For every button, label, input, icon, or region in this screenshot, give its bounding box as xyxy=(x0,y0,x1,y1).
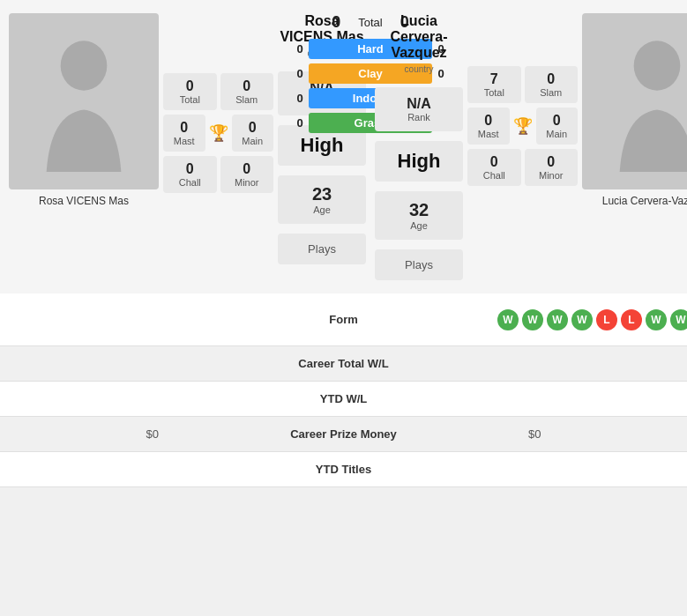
trophy2-icon: 🏆 xyxy=(513,117,533,135)
player2-main-label: Main xyxy=(541,129,573,139)
player1-slam-box: 0 Slam xyxy=(220,73,274,110)
form-row: Form WWWWLLWWWL xyxy=(0,293,687,346)
player1-mast-box: 0 Mast xyxy=(163,115,205,152)
player2-age-box: 32 Age xyxy=(375,191,463,240)
ytd-wl-label: YTD W/L xyxy=(176,382,511,416)
svg-point-0 xyxy=(61,41,108,90)
career-prize-row: $0 Career Prize Money $0 xyxy=(0,417,687,452)
player2-total-box: 7 Total xyxy=(467,66,521,103)
form-badge-w: W xyxy=(670,309,687,330)
player2-plays-box: Plays xyxy=(375,249,463,280)
player2-age-val: 32 xyxy=(384,200,454,220)
hard-left: 0 xyxy=(291,42,309,56)
player2-total-label: Total xyxy=(473,87,516,98)
player2-chall-box: 0 Chall xyxy=(467,149,521,186)
player1-minor-box: 0 Minor xyxy=(220,156,274,193)
player2-high-val: High xyxy=(384,150,454,173)
player1-total-label: Total xyxy=(168,94,212,105)
player2-age-label: Age xyxy=(384,220,454,231)
svg-point-1 xyxy=(634,41,681,90)
ytd-wl-left xyxy=(0,389,176,410)
player2-stats-panel: 7 Total 0 Slam 0 Mast 🏆 0 xyxy=(467,13,578,280)
form-badge-w: W xyxy=(547,309,568,330)
player2-minor-label: Minor xyxy=(530,170,573,181)
player1-chall-box: 0 Chall xyxy=(163,156,217,193)
player2-minor-box: 0 Minor xyxy=(525,149,579,186)
ytd-wl-right xyxy=(511,389,687,410)
player2-mast-val: 0 xyxy=(473,113,504,129)
career-prize-label: Career Prize Money xyxy=(176,417,511,451)
player1-main-box: 0 Main xyxy=(232,115,274,152)
player2-slam-box: 0 Slam xyxy=(525,66,579,103)
player1-photo: Rosa VICENS Mas xyxy=(9,13,159,280)
player1-avatar xyxy=(9,13,159,189)
player1-mast-label: Mast xyxy=(168,136,200,146)
player1-stats-panel: 0 Total 0 Slam 0 Mast 🏆 0 xyxy=(163,13,273,280)
grass-left: 0 xyxy=(291,116,309,130)
player2-chall-val: 0 xyxy=(473,154,516,170)
player2-mast-label: Mast xyxy=(473,129,504,139)
players-section: Rosa VICENS Mas 0 Total 0 Slam 0 Mast xyxy=(0,0,687,293)
player1-chall-label: Chall xyxy=(168,177,212,188)
form-badge-w: W xyxy=(646,309,667,330)
player1-mast-val: 0 xyxy=(168,120,200,136)
player2-photo-col: Lucia Cervera-Vazquez xyxy=(582,13,687,280)
player1-high-val: High xyxy=(287,134,357,157)
player2-mast-box: 0 Mast xyxy=(467,108,510,145)
player2-total-val: 7 xyxy=(473,71,516,87)
form-label: Form xyxy=(190,302,497,337)
ytd-titles-right xyxy=(511,459,687,480)
player1-total-box: 0 Total xyxy=(163,73,217,110)
player2-rank-val: N/A xyxy=(384,96,454,112)
career-total-label: Career Total W/L xyxy=(176,346,511,381)
bottom-section: Form WWWWLLWWWL Career Total W/L YTD W/L… xyxy=(0,293,687,487)
player2-plays-label: Plays xyxy=(384,258,454,271)
player1-main-label: Main xyxy=(237,136,269,146)
form-badge-l: L xyxy=(621,309,642,330)
player2-rank-box: N/A Rank xyxy=(375,87,463,131)
career-right xyxy=(511,353,687,375)
player1-plays-label: Plays xyxy=(287,242,357,256)
form-badge-w: W xyxy=(571,309,593,330)
player1-trophy: 🏆 xyxy=(209,123,228,143)
player2-slam-label: Slam xyxy=(530,87,573,98)
player2-high-box: High xyxy=(375,141,463,182)
form-badge-w: W xyxy=(522,309,543,330)
player2-name-below: Lucia Cervera-Vazquez xyxy=(602,195,687,207)
indoor-left: 0 xyxy=(291,92,309,105)
player1-minor-val: 0 xyxy=(226,161,269,177)
player1-age-label: Age xyxy=(287,204,357,215)
player2-main-box: 0 Main xyxy=(536,108,579,145)
career-prize-left: $0 xyxy=(0,417,176,451)
player2-name: Lucia Cervera-Vazquez xyxy=(375,13,463,61)
player2-rank-label: Rank xyxy=(384,112,454,122)
player1-total-val: 0 xyxy=(168,78,212,94)
player1-age-box: 23 Age xyxy=(278,175,366,224)
form-badge-l: L xyxy=(596,309,617,330)
player1-chall-val: 0 xyxy=(168,161,212,177)
player2-minor-val: 0 xyxy=(530,154,573,170)
player2-chall-label: Chall xyxy=(473,170,516,181)
form-badge-w: W xyxy=(497,309,519,330)
career-prize-right: $0 xyxy=(511,417,687,451)
career-left xyxy=(0,353,176,375)
player1-slam-val: 0 xyxy=(226,78,269,94)
ytd-titles-label: YTD Titles xyxy=(176,452,511,486)
player2-country: country xyxy=(405,64,434,74)
ytd-titles-row: YTD Titles xyxy=(0,452,687,487)
player1-plays-box: Plays xyxy=(278,234,366,264)
player2-avatar xyxy=(582,13,687,189)
player1-slam-label: Slam xyxy=(226,94,269,105)
ytd-wl-row: YTD W/L xyxy=(0,382,687,417)
clay-left: 0 xyxy=(291,67,309,80)
player1-age-val: 23 xyxy=(287,184,357,204)
player1-main-val: 0 xyxy=(237,120,269,136)
left-total: 0 xyxy=(332,13,340,32)
player2-header: Lucia Cervera-Vazquez country xyxy=(375,13,463,78)
form-badges: WWWWLLWWWL xyxy=(497,309,687,330)
player2-rank-panel: Lucia Cervera-Vazquez country N/A Rank H… xyxy=(375,13,463,280)
player1-name-below: Rosa VICENS Mas xyxy=(39,195,129,207)
player2-slam-val: 0 xyxy=(530,71,573,87)
player2-trophy: 🏆 xyxy=(513,116,533,136)
form-badges-container: WWWWLLWWWL xyxy=(497,309,674,330)
